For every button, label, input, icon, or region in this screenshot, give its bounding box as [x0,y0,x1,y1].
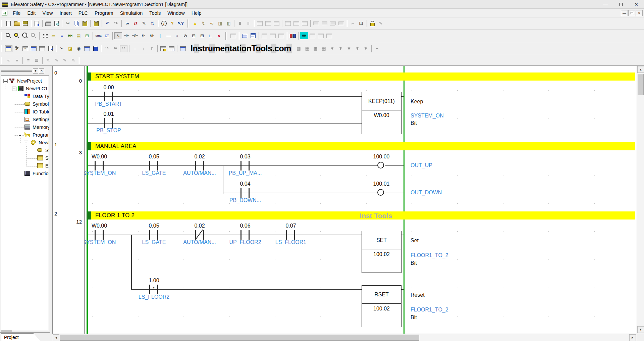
output-window-icon[interactable] [38,45,46,52]
copy-icon[interactable] [72,20,80,27]
watch-sheet-2-icon[interactable] [269,32,277,39]
set-instruction[interactable]: SET 100.02 [362,231,401,273]
maximize-button[interactable] [613,0,629,9]
view-symbol-bar-icon[interactable]: CT [103,32,111,39]
watch-window-1-icon[interactable] [309,32,316,39]
indent-rung-icon[interactable]: » [13,57,21,64]
contact-pb-up[interactable]: 0.03 PB_UP_MA... [225,154,265,177]
pause-icon[interactable]: ‖ [236,20,244,27]
symbol-table-tool-icon[interactable] [241,32,249,39]
zoom-out-icon[interactable] [21,32,29,39]
monitor-window-2-icon[interactable] [292,20,300,27]
zoom-to-selection-icon[interactable] [13,32,21,39]
close-button[interactable]: ✕ [629,0,644,9]
menu-view[interactable]: View [39,9,56,17]
tree-item-function-blocks[interactable]: Function Blocks [1,170,49,177]
tree-item-io-table[interactable]: IO Table [1,108,49,115]
differential-up-tool-icon[interactable]: ✎ [61,57,69,64]
context-help-icon[interactable]: ↖? [177,20,184,27]
rung-0-header[interactable]: START SYSTEM [87,72,635,81]
toolbar-grip[interactable] [1,32,3,40]
redo-icon[interactable]: ↷ [112,20,120,27]
transfer-to-plc-icon[interactable]: ↯ [200,20,207,27]
tree-item-section1[interactable]: Section1 [1,154,49,162]
align-left-icon[interactable]: ≡ [24,57,32,64]
menu-program[interactable]: Program [91,9,117,17]
print-icon[interactable] [44,20,52,27]
horizontal-scroll-thumb[interactable] [60,335,419,341]
address-reference-tool-icon[interactable] [289,32,297,39]
pause-with-trigger-icon[interactable]: ‖ [245,20,252,27]
collapse-icon[interactable] [12,87,16,91]
menu-plc[interactable]: PLC [75,9,91,17]
zoom-in-icon[interactable] [5,32,12,39]
contact-pb-stop[interactable]: 0.01 PB_STOP [89,111,129,135]
collapse-icon[interactable] [3,79,8,83]
zoom-fit-icon[interactable] [30,32,38,39]
find-icon[interactable]: ∞ [123,20,131,27]
diagram-workspace-icon[interactable] [30,45,38,52]
menu-file[interactable]: File [9,9,24,17]
monitor-hex-icon[interactable]: HH [300,32,308,39]
contact-ls-floor1[interactable]: 0.07 LS_FLOOR1 [271,223,311,246]
view-mnemonics-icon[interactable]: sma [95,32,102,39]
plc-memory-window-icon[interactable] [83,45,91,52]
find-symbol-icon[interactable]: ✎ [140,20,148,27]
trace-tool-4-icon[interactable]: ▦ [320,45,328,52]
grid-tool-3-icon[interactable]: Ŧ [345,45,353,52]
replace-icon[interactable]: ⇄ [132,20,140,27]
tree-item-newproject[interactable]: NewProject [1,77,49,85]
new-interlock-icon[interactable]: ∟ [207,32,214,39]
minimize-button[interactable]: — [598,0,613,9]
show-project-workspace-icon[interactable] [5,45,12,52]
mdi-close-button[interactable]: × [636,10,643,16]
ladder-diagram[interactable]: START SYSTEM 0.00 PB_START 0.01 PB_STOP … [85,66,637,334]
contact-pb-down[interactable]: 0.04 PB_DOWN... [225,181,265,204]
symbol-comment-icon[interactable]: ◪ [66,45,74,52]
grid-tool-1-icon[interactable]: Ŧ [328,45,336,52]
contact-ls-floor2-diff-up[interactable]: 1.00 ↑ LS_FLOOR2 [134,278,174,301]
online-search-icon[interactable]: ∞ [208,20,216,27]
menu-tools[interactable]: Tools [146,9,164,17]
tree-item-programs[interactable]: Programs [1,131,49,139]
grid-tool-4-icon[interactable]: Ŧ [354,45,361,52]
keep-instruction[interactable]: KEEP(011) W0.00 [362,92,401,134]
io-comment-tool-icon[interactable] [249,32,257,39]
drag-handle[interactable] [1,70,32,72]
coil-out-down[interactable] [377,189,384,196]
compile-program-icon[interactable]: ▲ [191,20,199,27]
trace-tool-3-icon[interactable]: ▩ [312,45,319,52]
find-retrace-icon[interactable]: ⇅ [149,20,156,27]
differential-down-tool-icon[interactable]: ✎ [69,57,77,64]
tree-item-memory[interactable]: Memory [1,124,49,131]
memory-window-3-icon[interactable] [329,20,337,27]
menu-help[interactable]: Help [188,9,205,17]
new-closed-coil-icon[interactable]: ⊘ [181,32,189,39]
vertical-scroll-thumb[interactable] [638,74,644,95]
monitor-data-display-icon[interactable]: HH [66,32,74,39]
force-on-icon[interactable]: ↑ [131,45,139,52]
grid-tool-5-icon[interactable]: Ŧ [362,45,370,52]
program-window-3-icon[interactable] [273,20,280,27]
toolbar-grip[interactable] [1,20,3,27]
delete-element-icon[interactable]: × [215,32,223,39]
rung-margin[interactable]: 0 0 1 3 2 12 [52,66,85,334]
contact-system-on[interactable]: W0.00 SYSTEM_ON [85,223,119,246]
collapse-icon[interactable] [24,141,28,145]
properties-window-icon[interactable] [47,45,54,52]
new-coil-icon[interactable]: ○ [173,32,181,39]
contact-system-on[interactable]: W0.00 SYSTEM_ON [85,154,119,177]
monitor-decimal-icon[interactable]: 10 [103,45,111,52]
watch-window-3-icon[interactable] [325,32,333,39]
monitor-window-1-icon[interactable] [284,20,292,27]
paste-icon[interactable] [81,20,89,27]
time-chart-monitor-icon[interactable]: Ш [357,20,365,27]
tree-item-data-types[interactable]: Data Types [1,93,49,100]
plc-tools-icon[interactable] [13,45,21,52]
contact-pb-start[interactable]: 0.00 PB_START [89,85,129,108]
release-password-icon[interactable]: ✎ [377,20,385,27]
print-preview-icon[interactable] [53,20,60,27]
show-rung-annotation-icon[interactable]: ▭ [50,32,57,39]
menu-edit[interactable]: Edit [24,9,39,17]
new-closed-contact-icon[interactable]: ⊣/⊢ [131,32,139,39]
